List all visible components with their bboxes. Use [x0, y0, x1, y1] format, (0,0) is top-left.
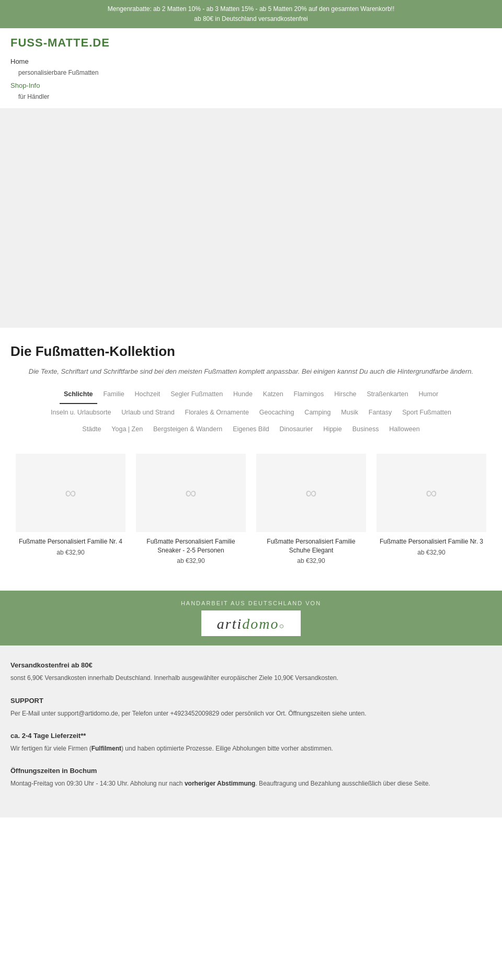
cat-hippie[interactable]: Hippie [319, 421, 346, 438]
top-banner: Mengenrabatte: ab 2 Matten 10% - ab 3 Ma… [0, 0, 502, 28]
cat-inseln[interactable]: Inseln u. Urlaubsorte [47, 405, 115, 421]
cat-eigenes[interactable]: Eigenes Bild [229, 421, 273, 438]
cat-hunde[interactable]: Hunde [229, 386, 257, 403]
footer-block-versand: Versandkostenfrei ab 80€ sonst 6,90€ Ver… [10, 661, 492, 683]
cat-halloween[interactable]: Halloween [385, 421, 424, 438]
product-image-3: ∞ [256, 454, 366, 532]
nav-shopinfo[interactable]: Shop-Info [10, 79, 48, 92]
product-card-4[interactable]: ∞ Fußmatte Personalisiert Familie Nr. 3 … [371, 448, 492, 570]
header: FUSS-MATTE.DE [0, 28, 502, 52]
cat-katzen[interactable]: Katzen [259, 386, 288, 403]
cat-strassenkarten[interactable]: Straßenkarten [362, 386, 412, 403]
footer-oeffnung-title: Öffnungszeiten in Bochum [10, 767, 492, 775]
footer-oeffnung-bold: vorheriger Abstimmung [185, 780, 256, 787]
footer-oeffnung-text: Montag-Freitag von 09:30 Uhr - 14:30 Uhr… [10, 779, 492, 789]
footer-versand-title: Versandkostenfrei ab 80€ [10, 661, 492, 669]
product-name-2: Fußmatte Personalisiert Familie Sneaker … [136, 537, 246, 555]
product-image-2: ∞ [136, 454, 246, 532]
hero-image [0, 108, 502, 328]
cat-staedte[interactable]: Städte [78, 421, 105, 438]
cat-business[interactable]: Business [348, 421, 383, 438]
artidomo-logo[interactable]: artidomo○ [201, 610, 301, 636]
product-placeholder-icon-4: ∞ [426, 484, 437, 502]
category-nav: Schlichte Familie Hochzeit Segler Fußmat… [10, 386, 492, 438]
footer-versand-text: sonst 6,90€ Versandkosten innerhalb Deut… [10, 673, 492, 683]
footer-lieferzeit-bold: Fulfilment [92, 745, 121, 752]
product-price-1: ab €32,90 [16, 549, 126, 556]
artidomo-logo-text: artidomo○ [217, 614, 285, 633]
footer-support-text: Per E-Mail unter support@artidomo.de, pe… [10, 709, 492, 719]
logo[interactable]: FUSS-MATTE.DE [10, 36, 492, 50]
product-name-3: Fußmatte Personalisiert Familie Schuhe E… [256, 537, 366, 555]
cat-urlaub[interactable]: Urlaub und Strand [117, 405, 178, 421]
artidomo-top-text: HANDARBEIT AUS DEUTSCHLAND VON [10, 600, 492, 606]
footer-info: Versandkostenfrei ab 80€ sonst 6,90€ Ver… [0, 645, 502, 817]
footer-block-support: SUPPORT Per E-Mail unter support@artidom… [10, 697, 492, 719]
cat-bergsteigen[interactable]: Bergsteigen & Wandern [149, 421, 226, 438]
product-placeholder-icon-2: ∞ [185, 484, 196, 502]
product-card-3[interactable]: ∞ Fußmatte Personalisiert Familie Schuhe… [251, 448, 371, 570]
cat-hirsche[interactable]: Hirsche [330, 386, 360, 403]
cat-yoga[interactable]: Yoga | Zen [107, 421, 147, 438]
cat-camping[interactable]: Camping [300, 405, 335, 421]
nav-home[interactable]: Home [10, 55, 37, 68]
product-price-4: ab €32,90 [376, 549, 486, 556]
cat-florales[interactable]: Florales & Ornamente [181, 405, 253, 421]
artidomo-banner: HANDARBEIT AUS DEUTSCHLAND VON artidomo○ [0, 591, 502, 645]
cat-dinosaurier[interactable]: Dinosaurier [276, 421, 317, 438]
footer-support-title: SUPPORT [10, 697, 492, 705]
product-grid: ∞ Fußmatte Personalisiert Familie Nr. 4 … [10, 448, 492, 570]
cat-humor[interactable]: Humor [415, 386, 443, 403]
cat-flamingos[interactable]: Flamingos [290, 386, 328, 403]
cat-sport[interactable]: Sport Fußmatten [398, 405, 455, 421]
product-placeholder-icon-1: ∞ [65, 484, 76, 502]
collection-subtitle: Die Texte, Schriftart und Schriftfarbe s… [10, 367, 492, 375]
product-card-1[interactable]: ∞ Fußmatte Personalisiert Familie Nr. 4 … [10, 448, 131, 570]
footer-lieferzeit-text: Wir fertigen für viele Firmen (Fulfilmen… [10, 744, 492, 754]
cat-segler[interactable]: Segler Fußmatten [166, 386, 227, 403]
cat-hochzeit[interactable]: Hochzeit [131, 386, 165, 403]
collection-title: Die Fußmatten-Kollektion [10, 343, 492, 360]
product-image-4: ∞ [376, 454, 486, 532]
footer-block-lieferzeit: ca. 2-4 Tage Lieferzeit** Wir fertigen f… [10, 732, 492, 754]
product-price-2: ab €32,90 [136, 557, 246, 564]
nav-fussmatten[interactable]: personalisierbare Fußmatten [10, 68, 104, 79]
cat-schlichte[interactable]: Schlichte [60, 386, 97, 404]
cat-fantasy[interactable]: Fantasy [364, 405, 396, 421]
banner-line2: ab 80€ in Deutschland versandkostenfrei [10, 14, 492, 24]
cat-familie[interactable]: Familie [99, 386, 128, 403]
product-image-1: ∞ [16, 454, 126, 532]
product-name-1: Fußmatte Personalisiert Familie Nr. 4 [16, 537, 126, 546]
product-card-2[interactable]: ∞ Fußmatte Personalisiert Familie Sneake… [131, 448, 251, 570]
cat-geocaching[interactable]: Geocaching [255, 405, 299, 421]
product-name-4: Fußmatte Personalisiert Familie Nr. 3 [376, 537, 486, 546]
cat-musik[interactable]: Musik [337, 405, 362, 421]
product-placeholder-icon-3: ∞ [305, 484, 316, 502]
footer-block-oeffnung: Öffnungszeiten in Bochum Montag-Freitag … [10, 767, 492, 789]
nav-haendler[interactable]: für Händler [10, 92, 54, 103]
collection-section: Die Fußmatten-Kollektion Die Texte, Schr… [0, 328, 502, 580]
main-nav: Home personalisierbare Fußmatten Shop-In… [0, 52, 502, 108]
product-price-3: ab €32,90 [256, 557, 366, 564]
footer-lieferzeit-title: ca. 2-4 Tage Lieferzeit** [10, 732, 492, 740]
banner-line1: Mengenrabatte: ab 2 Matten 10% - ab 3 Ma… [10, 4, 492, 14]
